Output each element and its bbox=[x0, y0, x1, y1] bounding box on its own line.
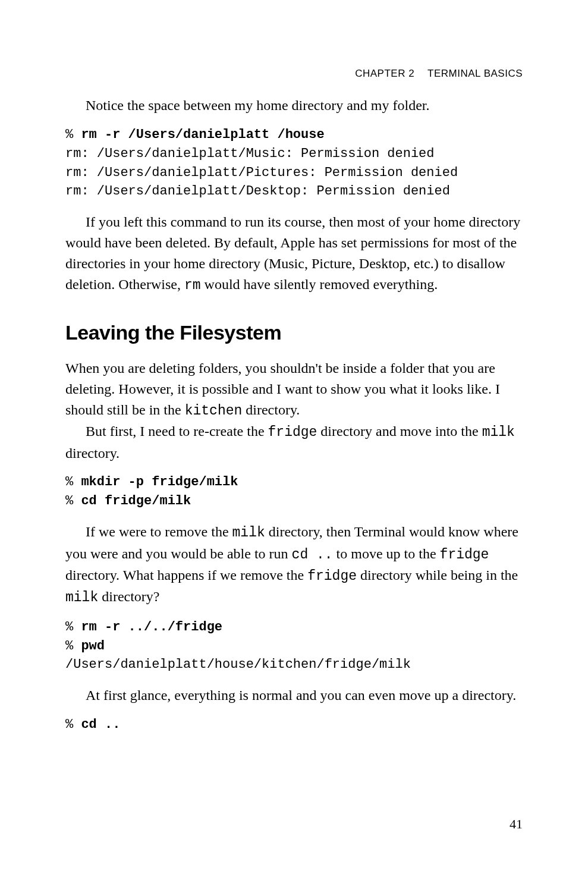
code-output: rm: /Users/danielplatt/Pictures: Permiss… bbox=[65, 165, 458, 180]
chapter-title: TERMINAL BASICS bbox=[427, 68, 523, 79]
inline-code: kitchen bbox=[185, 403, 243, 419]
paragraph: If we were to remove the milk directory,… bbox=[65, 522, 523, 608]
page: CHAPTER 2TERMINAL BASICS Notice the spac… bbox=[0, 0, 588, 892]
text-run: directory while being in the bbox=[357, 567, 518, 583]
text-run: would have silently removed everything. bbox=[201, 277, 438, 292]
code-block: % rm -r ../../fridge % pwd /Users/daniel… bbox=[65, 618, 523, 675]
command: rm -r ../../fridge bbox=[81, 620, 222, 635]
section-heading: Leaving the Filesystem bbox=[65, 318, 523, 347]
text-run: If we were to remove the bbox=[86, 524, 232, 539]
inline-code: fridge bbox=[440, 547, 489, 563]
prompt: % bbox=[65, 717, 73, 732]
code-block: % rm -r /Users/danielplatt /house rm: /U… bbox=[65, 125, 523, 202]
code-output: /Users/danielplatt/house/kitchen/fridge/… bbox=[65, 657, 411, 672]
running-header: CHAPTER 2TERMINAL BASICS bbox=[355, 67, 523, 81]
page-number: 41 bbox=[510, 815, 523, 834]
paragraph: But first, I need to re-create the fridg… bbox=[65, 421, 523, 463]
prompt: % bbox=[65, 127, 73, 142]
command: cd fridge/milk bbox=[81, 494, 191, 508]
text-run: But first, I need to re-create the bbox=[86, 423, 268, 439]
command: mkdir -p fridge/milk bbox=[81, 475, 238, 489]
prompt: % bbox=[65, 639, 73, 654]
page-content: Notice the space between my home directo… bbox=[65, 95, 523, 734]
paragraph: Notice the space between my home directo… bbox=[65, 95, 523, 116]
chapter-label: CHAPTER 2 bbox=[355, 68, 414, 79]
code-output: rm: /Users/danielplatt/Desktop: Permissi… bbox=[65, 184, 450, 199]
text-run: directory? bbox=[98, 589, 159, 604]
prompt: % bbox=[65, 494, 73, 508]
text-run: directory. bbox=[65, 445, 120, 461]
inline-code: rm bbox=[184, 278, 201, 293]
code-block: % cd .. bbox=[65, 715, 523, 734]
inline-code: fridge bbox=[268, 425, 317, 440]
inline-code: cd .. bbox=[292, 547, 333, 563]
paragraph: If you left this command to run its cour… bbox=[65, 212, 523, 296]
inline-code: fridge bbox=[307, 569, 357, 584]
inline-code: milk bbox=[65, 590, 98, 605]
code-output: rm: /Users/danielplatt/Music: Permission… bbox=[65, 146, 435, 161]
text-run: directory. bbox=[242, 402, 300, 417]
command: rm -r /Users/danielplatt /house bbox=[81, 127, 324, 142]
command: cd .. bbox=[81, 717, 120, 732]
paragraph: At first glance, everything is normal an… bbox=[65, 685, 523, 706]
paragraph: When you are deleting folders, you shoul… bbox=[65, 358, 523, 421]
prompt: % bbox=[65, 475, 73, 489]
code-block: % mkdir -p fridge/milk % cd fridge/milk bbox=[65, 473, 523, 511]
command: pwd bbox=[81, 639, 105, 654]
text-run: to move up to the bbox=[333, 546, 440, 561]
text-run: directory. What happens if we remove the bbox=[65, 567, 307, 583]
prompt: % bbox=[65, 620, 73, 635]
text-run: directory and move into the bbox=[317, 423, 482, 439]
inline-code: milk bbox=[482, 425, 515, 440]
inline-code: milk bbox=[232, 525, 265, 541]
